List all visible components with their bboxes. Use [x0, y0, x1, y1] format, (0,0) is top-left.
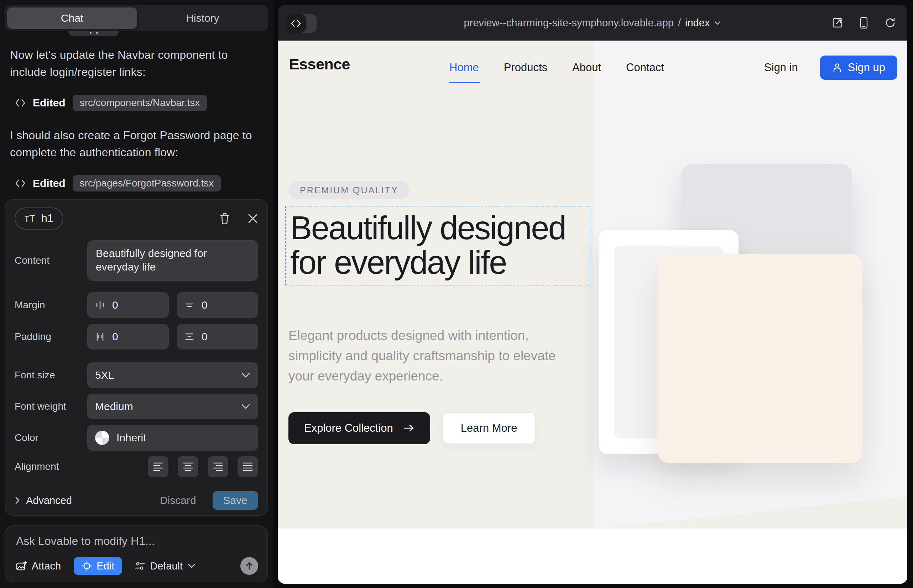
tab-chat[interactable]: Chat	[7, 8, 137, 29]
edit-mode-label: Edit	[97, 560, 114, 572]
color-field-label: Color	[15, 432, 87, 444]
dot-icon	[96, 32, 98, 34]
mobile-view-button[interactable]	[860, 17, 868, 29]
align-center-button[interactable]	[178, 456, 198, 477]
align-left-button[interactable]	[148, 456, 168, 477]
font-size-field-label: Font size	[15, 370, 87, 381]
sign-in-link[interactable]: Sign in	[764, 61, 798, 74]
scrolled-chip-partial	[68, 31, 119, 36]
padding-x-input[interactable]: 0	[87, 324, 169, 349]
url-separator: /	[678, 17, 681, 29]
attach-label: Attach	[32, 560, 61, 572]
mode-label: Default	[150, 560, 183, 572]
element-tag-label: h1	[41, 212, 53, 225]
chat-composer[interactable]: Ask Lovable to modify H1... Attach Edit …	[5, 525, 268, 582]
tab-chat-label: Chat	[61, 12, 83, 24]
selected-element-outline[interactable]: Beautifully designed for everyday life	[285, 206, 590, 286]
person-icon	[832, 63, 842, 73]
composer-input[interactable]: Ask Lovable to modify H1...	[16, 535, 257, 548]
chevron-down-icon	[714, 21, 721, 25]
nav-link-about[interactable]: About	[571, 58, 602, 77]
font-weight-select[interactable]: Medium	[87, 394, 258, 419]
target-icon	[81, 561, 92, 571]
chat-history-tabbar: Chat History	[5, 5, 268, 31]
margin-horizontal-icon	[95, 300, 105, 310]
chevron-down-icon	[241, 404, 250, 409]
margin-y-input[interactable]: 0	[176, 292, 258, 318]
margin-field-label: Margin	[15, 299, 87, 311]
padding-x-value: 0	[112, 331, 118, 343]
refresh-button[interactable]	[884, 17, 896, 29]
mode-selector[interactable]: Default	[135, 560, 196, 572]
nav-link-home[interactable]: Home	[448, 58, 480, 77]
hero-heading[interactable]: Beautifully designed for everyday life	[290, 211, 585, 280]
tab-history[interactable]: History	[137, 5, 268, 31]
url-host: preview--charming-site-symphony.lovable.…	[464, 17, 674, 29]
align-right-button[interactable]	[207, 456, 228, 477]
site-logo[interactable]: Essence	[289, 55, 350, 73]
site-viewport: Essence Home Products About Contact Sign…	[278, 40, 907, 584]
file-chip[interactable]: src/pages/ForgotPassword.tsx	[73, 175, 221, 192]
file-chip[interactable]: src/components/Navbar.tsx	[73, 95, 207, 111]
preview-pane: preview--charming-site-symphony.lovable.…	[278, 5, 907, 584]
code-icon	[15, 98, 26, 108]
chevron-right-icon	[15, 496, 20, 505]
hero-paragraph: Elegant products designed with intention…	[288, 325, 573, 386]
advanced-expander[interactable]: Advanced	[15, 495, 72, 507]
content-textarea[interactable]: Beautifully designed for everyday life	[87, 240, 258, 281]
nav-link-products[interactable]: Products	[503, 58, 548, 77]
preview-toolbar: preview--charming-site-symphony.lovable.…	[278, 5, 907, 40]
learn-more-button[interactable]: Learn More	[442, 412, 536, 444]
assistant-message: I should also create a Forgot Password p…	[10, 127, 264, 161]
advanced-label: Advanced	[26, 495, 72, 507]
explore-collection-label: Explore Collection	[304, 422, 393, 435]
editor-header: тT h1	[15, 207, 258, 229]
padding-y-input[interactable]: 0	[176, 324, 258, 349]
open-external-button[interactable]	[832, 17, 843, 29]
address-bar[interactable]: preview--charming-site-symphony.lovable.…	[278, 5, 907, 40]
assistant-message: Now let's update the Navbar component to…	[10, 46, 264, 81]
send-button[interactable]	[240, 557, 258, 575]
alignment-field-label: Alignment	[15, 461, 87, 472]
chat-message-list: Now let's update the Navbar component to…	[10, 46, 264, 207]
margin-x-input[interactable]: 0	[87, 292, 169, 318]
attach-button[interactable]: Attach	[16, 560, 61, 572]
element-editor-panel: тT h1 Content Beautifully designed for e…	[5, 199, 268, 516]
save-button[interactable]: Save	[212, 491, 258, 510]
font-size-select[interactable]: 5XL	[87, 362, 258, 388]
edit-mode-button[interactable]: Edit	[74, 557, 122, 575]
image-attach-icon	[16, 561, 27, 571]
edited-label: Edited	[33, 177, 66, 189]
hero-badge: PREMIUM QUALITY	[288, 181, 410, 199]
arrow-right-icon	[403, 424, 414, 433]
edited-file-row: Edited src/pages/ForgotPassword.tsx	[15, 175, 264, 192]
edited-file-row: Edited src/components/Navbar.tsx	[15, 95, 264, 111]
close-editor-button[interactable]	[248, 213, 258, 224]
margin-y-value: 0	[202, 299, 207, 311]
discard-button[interactable]: Discard	[160, 494, 196, 507]
site-navbar: Essence Home Products About Contact Sign…	[278, 40, 907, 95]
delete-element-button[interactable]	[219, 213, 230, 225]
color-select[interactable]: Inherit	[87, 425, 258, 451]
content-field-label: Content	[15, 255, 87, 266]
font-weight-field-label: Font weight	[15, 401, 87, 412]
selected-element-pill[interactable]: тT h1	[15, 207, 63, 229]
explore-collection-button[interactable]: Explore Collection	[288, 412, 430, 444]
tab-history-label: History	[186, 12, 219, 24]
nav-link-contact[interactable]: Contact	[625, 58, 665, 77]
chat-sidebar: Chat History Now let's update the Navbar…	[0, 0, 274, 588]
decorative-card-beige	[658, 254, 863, 463]
chevron-down-icon	[188, 564, 196, 569]
typography-icon: тT	[24, 213, 36, 224]
align-justify-button[interactable]	[238, 456, 258, 477]
edited-label: Edited	[33, 97, 66, 109]
margin-x-value: 0	[112, 299, 118, 311]
dot-icon	[90, 32, 92, 34]
color-swatch-icon	[95, 431, 109, 445]
arrow-up-icon	[244, 561, 254, 570]
sliders-icon	[135, 561, 145, 571]
padding-field-label: Padding	[15, 331, 87, 342]
font-weight-value: Medium	[95, 401, 133, 412]
sign-up-button[interactable]: Sign up	[820, 55, 897, 80]
padding-y-value: 0	[202, 331, 207, 343]
